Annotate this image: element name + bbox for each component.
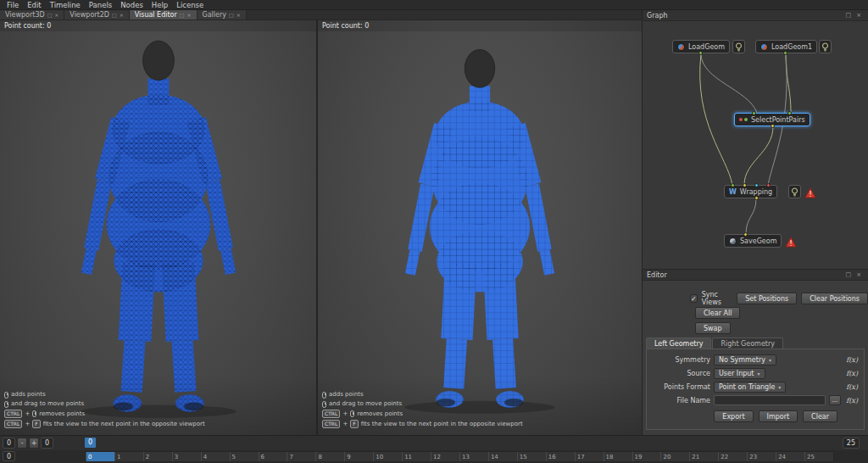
node-wire[interactable] xyxy=(744,126,773,185)
scan-mesh-figure[interactable] xyxy=(36,37,281,423)
undock-icon[interactable]: □ xyxy=(47,10,53,20)
clear-button[interactable]: Clear xyxy=(803,410,837,422)
frame-value-box[interactable]: 0 xyxy=(41,438,53,449)
expression-button[interactable]: f(x) xyxy=(846,397,860,404)
node-selectpointpairs[interactable]: SelectPointPairs xyxy=(734,113,810,126)
viewport-left-scan[interactable]: Point count: 0 adds points and drag to m… xyxy=(0,20,316,435)
node-wire[interactable] xyxy=(701,53,757,113)
visibility-bulb-icon[interactable] xyxy=(732,40,745,53)
close-icon[interactable]: × xyxy=(120,10,124,20)
timeline-tick[interactable]: 15 xyxy=(517,452,546,461)
input-port[interactable] xyxy=(754,183,759,187)
node-graph-canvas[interactable]: LoadGeom LoadGeom1 SelectPointPairs xyxy=(643,21,868,269)
timeline-tick[interactable]: 0 xyxy=(86,452,114,461)
tab-gallery[interactable]: Gallery □ × xyxy=(198,10,247,20)
timeline-tick[interactable]: 1 xyxy=(114,452,143,461)
expression-button[interactable]: f(x) xyxy=(846,383,860,391)
warning-icon[interactable]: ! xyxy=(804,186,816,198)
output-port[interactable] xyxy=(698,51,703,55)
tab-right-geometry[interactable]: Right Geometry xyxy=(712,337,783,349)
file-name-input[interactable] xyxy=(714,395,826,405)
timeline-tick[interactable]: 21 xyxy=(689,452,718,461)
basemesh-figure[interactable] xyxy=(361,42,598,423)
node-loadgeom1[interactable]: LoadGeom1 xyxy=(755,40,817,53)
undock-icon[interactable]: □ xyxy=(112,10,117,20)
close-icon[interactable]: × xyxy=(54,10,58,20)
menu-edit[interactable]: Edit xyxy=(23,0,45,10)
input-port[interactable] xyxy=(731,183,735,187)
output-port[interactable] xyxy=(771,124,775,128)
timeline-tick[interactable]: 7 xyxy=(287,452,315,461)
visibility-bulb-icon[interactable] xyxy=(788,185,801,198)
output-port[interactable] xyxy=(754,196,759,200)
timeline-tick[interactable]: 10 xyxy=(373,452,402,461)
undock-icon[interactable]: □ xyxy=(843,10,854,21)
timeline-tick[interactable]: 18 xyxy=(604,452,632,461)
set-positions-button[interactable]: Set Positions xyxy=(737,293,797,304)
timeline-tick[interactable]: 6 xyxy=(259,452,287,461)
node-wrapping[interactable]: W Wrapping xyxy=(724,185,777,198)
timeline-tick[interactable]: 2 xyxy=(143,452,172,461)
undock-icon[interactable]: □ xyxy=(843,270,854,281)
timeline-tick[interactable]: 23 xyxy=(747,452,776,461)
input-port[interactable] xyxy=(743,183,747,187)
timeline-tick[interactable]: 25 xyxy=(804,452,833,461)
import-button[interactable]: Import xyxy=(759,410,798,422)
frame-number-box[interactable]: 0 xyxy=(3,438,15,449)
timeline-tick[interactable]: 16 xyxy=(546,452,575,461)
end-frame-box[interactable]: 25 xyxy=(843,438,860,449)
menu-license[interactable]: License xyxy=(172,0,208,10)
menu-file[interactable]: File xyxy=(3,0,23,10)
timeline-tick[interactable]: 22 xyxy=(718,452,747,461)
timeline-tick[interactable]: 20 xyxy=(660,452,689,461)
timeline-tick[interactable]: 12 xyxy=(431,452,459,461)
clear-positions-button[interactable]: Clear Positions xyxy=(801,293,868,304)
symmetry-dropdown[interactable]: No Symmetry ▾ xyxy=(714,354,776,365)
timeline-tick[interactable]: 5 xyxy=(230,452,259,461)
clear-all-button[interactable]: Clear All xyxy=(695,307,740,319)
browse-button[interactable]: ... xyxy=(829,395,842,405)
menu-nodes[interactable]: Nodes xyxy=(116,0,147,10)
warning-icon[interactable]: ! xyxy=(785,235,797,247)
timeline-tick[interactable]: 9 xyxy=(344,452,373,461)
source-dropdown[interactable]: User Input ▾ xyxy=(714,368,765,379)
export-button[interactable]: Export xyxy=(714,410,753,422)
input-port[interactable] xyxy=(766,183,771,187)
input-port[interactable] xyxy=(743,232,748,237)
input-port[interactable] xyxy=(752,111,756,115)
node-savegeom[interactable]: SaveGeom xyxy=(724,234,782,248)
menu-timeline[interactable]: Timeline xyxy=(46,0,85,10)
timeline-tick[interactable]: 8 xyxy=(315,452,344,461)
close-icon[interactable]: × xyxy=(854,10,864,21)
sync-views-checkbox[interactable]: ✓ xyxy=(690,294,698,303)
tab-visual-editor[interactable]: Visual Editor □ × xyxy=(130,10,198,20)
range-start-box[interactable]: 0 xyxy=(3,451,15,461)
node-loadgeom[interactable]: LoadGeom xyxy=(672,40,730,53)
timeline-ruler[interactable]: 0123456789101112131415161718192021222324… xyxy=(85,451,834,462)
frame-increment-button[interactable]: + xyxy=(29,438,39,449)
close-icon[interactable]: × xyxy=(186,10,191,20)
points-format-dropdown[interactable]: Point on Triangle ▾ xyxy=(714,382,786,393)
timeline-tick[interactable]: 24 xyxy=(776,452,804,461)
frame-decrement-button[interactable]: - xyxy=(17,438,27,449)
timeline-tick[interactable]: 17 xyxy=(575,452,604,461)
close-icon[interactable]: × xyxy=(236,10,241,20)
output-port[interactable] xyxy=(783,51,787,55)
undock-icon[interactable]: □ xyxy=(180,10,185,20)
expression-button[interactable]: f(x) xyxy=(846,356,860,364)
timeline-tick[interactable]: 11 xyxy=(402,452,431,461)
input-port[interactable] xyxy=(787,111,792,115)
playhead-marker[interactable]: 0 xyxy=(85,438,96,448)
menu-panels[interactable]: Panels xyxy=(85,0,116,10)
node-wire[interactable] xyxy=(746,198,756,234)
expression-button[interactable]: f(x) xyxy=(846,370,860,377)
swap-button[interactable]: Swap xyxy=(695,322,731,334)
visibility-bulb-icon[interactable] xyxy=(819,40,832,53)
undock-icon[interactable]: □ xyxy=(229,10,234,20)
node-wire[interactable] xyxy=(700,53,732,185)
close-icon[interactable]: × xyxy=(854,270,864,281)
viewport-right-basemesh[interactable]: Point count: 0 adds points and drag to m… xyxy=(318,20,642,435)
timeline-tick[interactable]: 4 xyxy=(201,452,230,461)
timeline-tick[interactable]: 3 xyxy=(172,452,201,461)
tab-left-geometry[interactable]: Left Geometry xyxy=(646,337,711,349)
